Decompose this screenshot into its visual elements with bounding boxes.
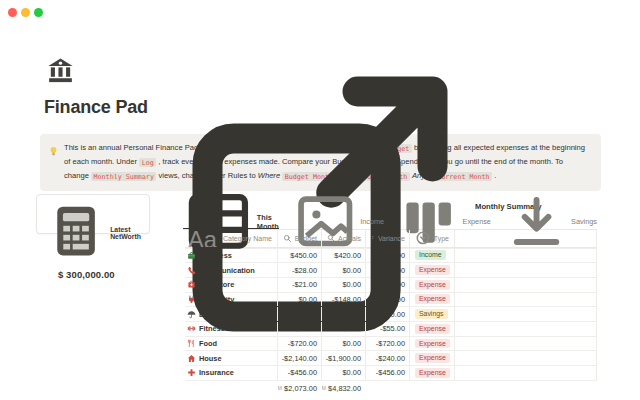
svg-text:Σ: Σ: [372, 236, 374, 240]
category-name: Communication: [199, 266, 255, 275]
actuals-cell[interactable]: -$148.00: [322, 293, 366, 307]
empty-cell: [455, 322, 597, 336]
tab-income[interactable]: Income: [293, 215, 385, 229]
category-name: Emergency Fund: [199, 310, 259, 319]
bank-icon: [46, 56, 75, 85]
table-row: Business $450.00 $420.00 $30.00 Income: [185, 248, 597, 263]
tab-expense[interactable]: Expense: [398, 215, 491, 229]
category-cell[interactable]: Food: [185, 337, 278, 351]
column-header-type[interactable]: Type: [410, 230, 455, 247]
budget-cell[interactable]: -$21.00: [278, 278, 322, 292]
actuals-cell[interactable]: -$1,900.00: [322, 351, 366, 365]
column-header-actuals[interactable]: Actuals: [322, 230, 366, 247]
table-footer-row: SUM $2,073.00 SUM $4,832.00: [185, 380, 597, 396]
category-name: Electricity: [199, 295, 234, 304]
actuals-cell[interactable]: $0.00: [322, 337, 366, 351]
actuals-cell[interactable]: $0.00: [322, 278, 366, 292]
medkit-icon: [187, 280, 196, 289]
calculator-icon: [46, 201, 106, 265]
formula-property-icon: Σ: [371, 236, 375, 240]
type-cell[interactable]: Expense: [410, 366, 455, 380]
actuals-sum-cell[interactable]: SUM $4,832.00: [322, 381, 366, 396]
type-cell[interactable]: Expense: [410, 263, 455, 277]
category-cell[interactable]: Business: [185, 249, 278, 263]
actuals-sum-label: SUM: [322, 385, 326, 391]
tab-savings[interactable]: Savings: [505, 215, 597, 229]
tab-this-month[interactable]: This Month: [183, 216, 279, 230]
traffic-light-close[interactable]: [8, 8, 17, 17]
type-cell[interactable]: Expense: [410, 351, 455, 365]
actuals-cell[interactable]: $0.00: [322, 307, 366, 321]
monthly-summary-section: Monthly Summary This MonthIncomeExpenseS…: [170, 201, 598, 396]
house-icon: [187, 354, 196, 363]
column-header-budget[interactable]: Budget: [278, 230, 322, 247]
type-badge: Expense: [415, 368, 450, 378]
variance-cell[interactable]: -$240.00: [366, 351, 410, 365]
column-label: Category Name: [223, 235, 272, 242]
variance-cell[interactable]: -$720.00: [366, 337, 410, 351]
category-name: Fitness: [199, 324, 225, 333]
type-cell[interactable]: Income: [410, 249, 455, 263]
actuals-cell[interactable]: $0.00: [322, 322, 366, 336]
actuals-cell[interactable]: $0.00: [322, 366, 366, 380]
variance-cell[interactable]: $30.00: [366, 249, 410, 263]
category-cell[interactable]: Drugstore: [185, 278, 278, 292]
inline-code: Log: [139, 158, 156, 167]
category-name: Drugstore: [199, 280, 234, 289]
table-row: Electricity $0.00 -$148.00 $148.00 Expen…: [185, 292, 597, 307]
type-badge: Savings: [415, 309, 448, 319]
select-property-icon: [415, 230, 431, 246]
budget-cell[interactable]: -$55.00: [278, 322, 322, 336]
window-controls: [8, 8, 43, 17]
budget-cell[interactable]: -$2,140.00: [278, 351, 322, 365]
summary-table: AaCategory NameBudgetActualsΣVarianceTyp…: [185, 230, 597, 396]
budget-cell[interactable]: $0.00: [278, 293, 322, 307]
type-cell[interactable]: Expense: [410, 278, 455, 292]
category-cell[interactable]: Emergency Fund: [185, 307, 278, 321]
category-name: Insurance: [199, 368, 234, 377]
rollup-property-icon: [283, 234, 292, 243]
category-cell[interactable]: Communication: [185, 263, 278, 277]
category-cell[interactable]: Insurance: [185, 366, 278, 380]
actuals-sum-value: $4,832.00: [328, 384, 361, 393]
budget-cell[interactable]: $450.00: [278, 249, 322, 263]
actuals-cell[interactable]: $0.00: [322, 263, 366, 277]
type-cell[interactable]: Expense: [410, 293, 455, 307]
variance-cell[interactable]: $148.00: [366, 293, 410, 307]
type-cell[interactable]: Savings: [410, 307, 455, 321]
umbrella-icon: [187, 310, 196, 319]
type-badge: Expense: [415, 339, 450, 349]
table-row: Emergency Fund -$200.00 $0.00 -$200.00 S…: [185, 306, 597, 321]
category-cell[interactable]: Fitness: [185, 322, 278, 336]
type-cell[interactable]: Expense: [410, 322, 455, 336]
budget-cell[interactable]: -$200.00: [278, 307, 322, 321]
category-name: Business: [199, 251, 232, 260]
actuals-cell[interactable]: $420.00: [322, 249, 366, 263]
tab-label: Savings: [571, 217, 597, 226]
traffic-light-minimize[interactable]: [21, 8, 30, 17]
column-header-variance[interactable]: ΣVariance: [366, 230, 410, 247]
phone-icon: [187, 266, 196, 275]
column-label: Budget: [295, 235, 317, 242]
budget-sum-cell[interactable]: SUM $2,073.00: [278, 381, 322, 396]
table-row: Fitness -$55.00 $0.00 -$55.00 Expense: [185, 321, 597, 336]
variance-cell[interactable]: -$55.00: [366, 322, 410, 336]
variance-cell[interactable]: -$456.00: [366, 366, 410, 380]
type-badge: Expense: [415, 294, 450, 304]
variance-cell[interactable]: -$28.00: [366, 263, 410, 277]
latest-networth-card[interactable]: Latest NetWorth $ 300,000.00: [36, 194, 150, 234]
table-view-icon: [183, 186, 254, 257]
type-cell[interactable]: Expense: [410, 337, 455, 351]
budget-cell[interactable]: -$456.00: [278, 366, 322, 380]
category-cell[interactable]: Electricity: [185, 293, 278, 307]
column-header-category-name[interactable]: AaCategory Name: [185, 230, 278, 247]
callout-segment: .: [492, 171, 496, 180]
variance-cell[interactable]: -$21.00: [366, 278, 410, 292]
variance-cell[interactable]: -$200.00: [366, 307, 410, 321]
table-row: Drugstore -$21.00 $0.00 -$21.00 Expense: [185, 277, 597, 292]
budget-cell[interactable]: -$720.00: [278, 337, 322, 351]
budget-cell[interactable]: -$28.00: [278, 263, 322, 277]
traffic-light-zoom[interactable]: [34, 8, 43, 17]
category-cell[interactable]: House: [185, 351, 278, 365]
rollup-property-icon: [327, 234, 335, 242]
